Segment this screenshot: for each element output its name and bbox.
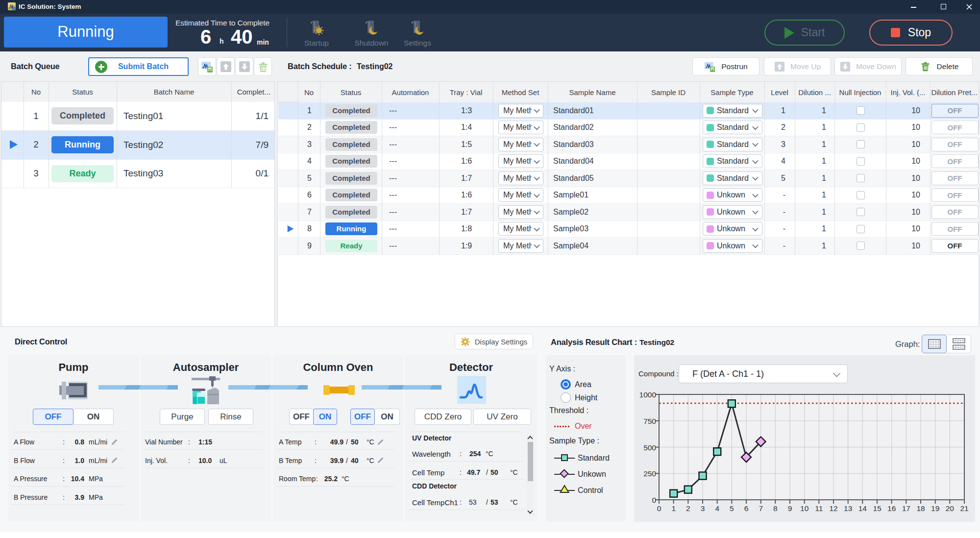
- svg-text:7: 7: [759, 504, 763, 513]
- svg-text:8: 8: [773, 504, 778, 513]
- svg-text:13: 13: [844, 504, 852, 513]
- svg-text:4: 4: [715, 504, 719, 513]
- svg-text:2: 2: [686, 504, 690, 513]
- svg-text:9: 9: [788, 504, 792, 513]
- svg-text:21: 21: [960, 504, 968, 513]
- svg-text:0: 0: [652, 496, 656, 504]
- svg-text:250: 250: [643, 469, 656, 478]
- svg-text:14: 14: [858, 504, 867, 513]
- svg-text:5: 5: [730, 504, 734, 513]
- svg-text:1000: 1000: [639, 391, 657, 399]
- svg-text:19: 19: [931, 504, 939, 513]
- svg-text:6: 6: [744, 504, 749, 513]
- svg-text:16: 16: [887, 504, 896, 513]
- svg-text:750: 750: [643, 417, 656, 425]
- svg-text:500: 500: [643, 443, 656, 452]
- svg-text:12: 12: [829, 504, 837, 513]
- svg-text:15: 15: [873, 504, 881, 513]
- svg-text:11: 11: [815, 504, 823, 513]
- svg-text:0: 0: [657, 504, 662, 513]
- svg-text:18: 18: [916, 504, 925, 513]
- svg-text:3: 3: [701, 504, 705, 513]
- svg-text:17: 17: [902, 504, 910, 513]
- svg-text:1: 1: [671, 504, 676, 513]
- svg-text:20: 20: [946, 504, 955, 513]
- svg-text:10: 10: [800, 504, 809, 513]
